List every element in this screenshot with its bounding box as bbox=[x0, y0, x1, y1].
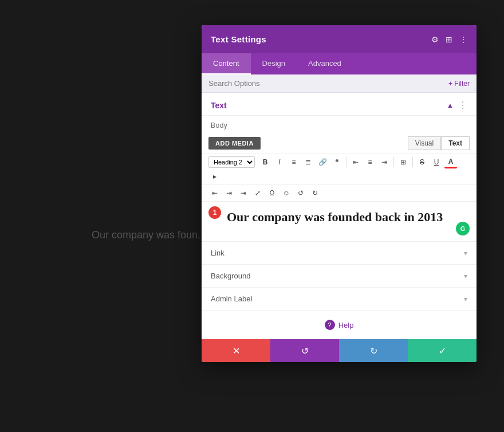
modal-footer: ✕ ↺ ↻ ✓ bbox=[202, 339, 477, 362]
help-text[interactable]: Help bbox=[338, 321, 354, 329]
modal-tabs: Content Design Advanced bbox=[202, 53, 477, 74]
format-toolbar-row1: Heading 2 B I ≡ ≣ 🔗 ❝ ⇤ ≡ ⇥ ⊞ S U A ▸ bbox=[202, 154, 477, 185]
bold-button[interactable]: B bbox=[259, 156, 271, 168]
search-input[interactable] bbox=[208, 79, 448, 88]
settings-icon[interactable]: ⚙ bbox=[431, 35, 439, 44]
modal-header: Text Settings ⚙ ⊞ ⋮ bbox=[202, 25, 477, 53]
undo-button[interactable]: ↺ bbox=[294, 187, 307, 199]
link-section: Link ▾ bbox=[202, 242, 477, 265]
ordered-list-button[interactable]: ≣ bbox=[302, 156, 314, 168]
editor-area[interactable]: 1 Our company was founded back in 2013 G bbox=[202, 202, 477, 242]
toolbar-divider-3 bbox=[412, 157, 413, 167]
section-text-actions: ▲ ⋮ bbox=[447, 100, 467, 111]
body-label: Body bbox=[202, 116, 477, 133]
search-bar: + Filter bbox=[202, 74, 477, 93]
undo-footer-button[interactable]: ↺ bbox=[270, 339, 339, 362]
filter-button[interactable]: + Filter bbox=[448, 80, 470, 88]
grammarly-icon: G bbox=[460, 225, 466, 232]
help-icon[interactable]: ? bbox=[325, 320, 335, 330]
link-button[interactable]: 🔗 bbox=[316, 156, 329, 168]
fullscreen-button[interactable]: ⤢ bbox=[251, 187, 264, 199]
redo-button[interactable]: ↻ bbox=[309, 187, 321, 199]
table-button[interactable]: ⊞ bbox=[397, 156, 410, 168]
section-text-title: Text bbox=[211, 101, 227, 110]
admin-label-section-label: Admin Label bbox=[211, 294, 252, 303]
admin-label-section-chevron: ▾ bbox=[464, 295, 467, 303]
indent-less-button[interactable]: ⇤ bbox=[208, 187, 221, 199]
step-badge: 1 bbox=[208, 206, 221, 219]
emoji-button[interactable]: ☺ bbox=[280, 187, 293, 199]
link-section-header[interactable]: Link ▾ bbox=[202, 242, 477, 264]
tab-content[interactable]: Content bbox=[202, 53, 251, 74]
section-collapse-icon[interactable]: ▲ bbox=[447, 101, 454, 109]
outdent-button[interactable]: ⇥ bbox=[237, 187, 250, 199]
align-right-button[interactable]: ⇥ bbox=[378, 156, 391, 168]
columns-icon[interactable]: ⊞ bbox=[446, 35, 452, 44]
more-icon[interactable]: ⋮ bbox=[459, 35, 467, 44]
visual-button[interactable]: Visual bbox=[408, 136, 441, 150]
text-settings-modal: Text Settings ⚙ ⊞ ⋮ Content Design Advan… bbox=[202, 25, 477, 362]
add-media-button[interactable]: ADD MEDIA bbox=[208, 137, 261, 150]
link-section-chevron: ▾ bbox=[464, 249, 467, 257]
align-left-button[interactable]: ⇤ bbox=[349, 156, 362, 168]
underline-button[interactable]: U bbox=[430, 156, 443, 168]
admin-label-section-header[interactable]: Admin Label ▾ bbox=[202, 288, 477, 310]
grammarly-button[interactable]: G bbox=[456, 222, 470, 235]
panel-content: Text ▲ ⋮ Body ADD MEDIA Visual Text Head… bbox=[202, 93, 477, 339]
help-row: ? Help bbox=[202, 311, 477, 339]
text-color-button[interactable]: A bbox=[444, 156, 457, 168]
section-text-header: Text ▲ ⋮ bbox=[202, 93, 477, 116]
blockquote-button[interactable]: ❝ bbox=[330, 156, 343, 168]
unordered-list-button[interactable]: ≡ bbox=[288, 156, 300, 168]
more-button[interactable]: ▸ bbox=[208, 170, 221, 183]
strikethrough-button[interactable]: S bbox=[416, 156, 428, 168]
editor-content[interactable]: Our company was founded back in 2013 bbox=[211, 209, 467, 225]
text-button[interactable]: Text bbox=[441, 136, 470, 150]
save-button[interactable]: ✓ bbox=[408, 339, 477, 362]
background-section-chevron: ▾ bbox=[464, 272, 467, 280]
tab-advanced[interactable]: Advanced bbox=[297, 53, 353, 74]
tab-design[interactable]: Design bbox=[251, 53, 297, 74]
background-section-header[interactable]: Background ▾ bbox=[202, 265, 477, 287]
toolbar-divider-2 bbox=[393, 157, 394, 167]
section-dots-menu[interactable]: ⋮ bbox=[458, 100, 467, 111]
special-char-button[interactable]: Ω bbox=[266, 187, 278, 199]
visual-text-toggle: Visual Text bbox=[408, 136, 470, 150]
toolbar-divider-1 bbox=[346, 157, 346, 167]
cancel-button[interactable]: ✕ bbox=[202, 339, 270, 362]
format-toolbar-row2: ⇤ ⇥ ⇥ ⤢ Ω ☺ ↺ ↻ bbox=[202, 185, 477, 202]
link-section-label: Link bbox=[211, 249, 225, 257]
heading-select[interactable]: Heading 2 bbox=[208, 156, 255, 168]
modal-title: Text Settings bbox=[211, 34, 266, 44]
admin-label-section: Admin Label ▾ bbox=[202, 288, 477, 311]
background-section: Background ▾ bbox=[202, 265, 477, 288]
indent-more-button[interactable]: ⇥ bbox=[223, 187, 235, 199]
add-media-row: ADD MEDIA Visual Text bbox=[202, 133, 477, 154]
align-center-button[interactable]: ≡ bbox=[364, 156, 376, 168]
background-section-label: Background bbox=[211, 272, 250, 280]
header-icons: ⚙ ⊞ ⋮ bbox=[431, 35, 467, 44]
italic-button[interactable]: I bbox=[273, 156, 286, 168]
background-preview-text: Our company was foun... bbox=[92, 229, 206, 241]
redo-footer-button[interactable]: ↻ bbox=[339, 339, 408, 362]
